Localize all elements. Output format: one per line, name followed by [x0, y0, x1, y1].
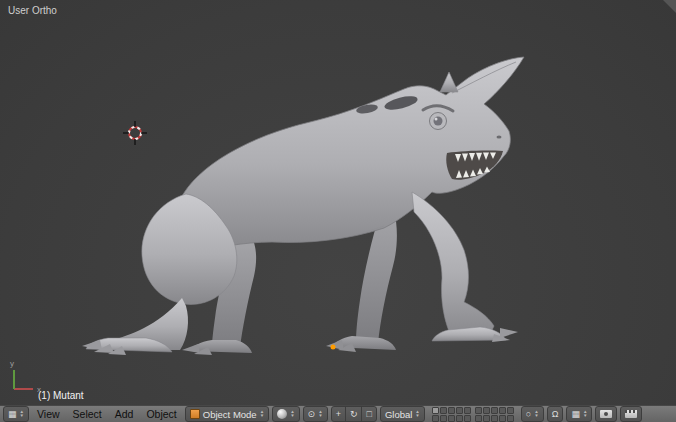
layer-toggle[interactable]: [499, 415, 506, 422]
layer-toggle[interactable]: [432, 415, 439, 422]
opengl-render-animation-button[interactable]: [620, 406, 642, 422]
view-orientation-label: User Ortho: [8, 5, 57, 16]
layer-toggle[interactable]: [464, 407, 471, 414]
dropdown-arrows-icon: ▲▼: [260, 410, 264, 418]
layer-toggle[interactable]: [499, 407, 506, 414]
viewport-canvas: x y: [0, 0, 676, 405]
proportional-edit-icon: ○: [526, 408, 531, 421]
pivot-point-dropdown[interactable]: ⊙ ▲▼: [303, 406, 328, 422]
layer-toggle[interactable]: [456, 407, 463, 414]
active-object-label: (1) Mutant: [38, 390, 84, 401]
layer-toggle[interactable]: [448, 407, 455, 414]
menu-add[interactable]: Add: [110, 406, 139, 422]
editor-type-button[interactable]: ▦ ▲▼: [3, 406, 29, 422]
manipulator-rotate-toggle[interactable]: ↻: [345, 406, 363, 422]
area-corner-widget[interactable]: [663, 0, 676, 13]
dropdown-arrows-icon: ▲▼: [583, 410, 587, 418]
3d-viewport[interactable]: x y User Ortho (1) Mutant: [0, 0, 676, 405]
dropdown-arrows-icon: ▲▼: [290, 410, 294, 418]
manipulator-scale-toggle[interactable]: □: [361, 406, 376, 422]
clapperboard-render-animation-icon: [625, 410, 637, 418]
layer-toggle[interactable]: [491, 415, 498, 422]
layer-grid: [432, 407, 514, 422]
layer-toggle[interactable]: [483, 407, 490, 414]
rotate-manipulator-icon: ↻: [350, 408, 358, 421]
mode-dropdown-label: Object Mode: [203, 408, 257, 421]
layer-toggle[interactable]: [432, 407, 439, 414]
layer-toggle[interactable]: [491, 407, 498, 414]
layer-toggle[interactable]: [475, 407, 482, 414]
orientation-dropdown-label: Global: [385, 408, 412, 421]
dropdown-arrows-icon: ▲▼: [534, 410, 538, 418]
layer-toggle[interactable]: [475, 415, 482, 422]
layer-toggle[interactable]: [464, 415, 471, 422]
blender-window: x y User Ortho (1) Mutant ▦ ▲▼ View Sele…: [0, 0, 676, 422]
viewport-shading-sphere-icon: [277, 409, 287, 419]
layer-toggle[interactable]: [483, 415, 490, 422]
camera-render-icon: [600, 410, 612, 418]
layer-toggle[interactable]: [440, 407, 447, 414]
mode-dropdown[interactable]: Object Mode ▲▼: [185, 406, 269, 422]
manipulator-toggle-group: + ↻ □: [331, 406, 377, 422]
layer-toggle[interactable]: [507, 407, 514, 414]
opengl-render-button[interactable]: [595, 406, 617, 422]
proportional-edit-dropdown[interactable]: ○ ▲▼: [521, 406, 544, 422]
transform-orientation-dropdown[interactable]: Global ▲▼: [380, 406, 425, 422]
menu-select[interactable]: Select: [68, 406, 107, 422]
scale-manipulator-icon: □: [366, 408, 371, 421]
viewport-header: ▦ ▲▼ View Select Add Object Object Mode …: [0, 405, 676, 422]
layer-toggle[interactable]: [440, 415, 447, 422]
dropdown-arrows-icon: ▲▼: [318, 410, 322, 418]
editor-type-icon: ▦: [8, 408, 17, 421]
creature-model[interactable]: [82, 57, 524, 355]
menu-object[interactable]: Object: [141, 406, 181, 422]
snap-toggle[interactable]: Ω: [547, 406, 564, 422]
object-mode-cube-icon: [190, 409, 200, 419]
axis-y-label: y: [10, 359, 14, 368]
pivot-point-icon: ⊙: [308, 408, 316, 421]
3d-cursor: [123, 121, 147, 145]
axis-gizmo: x y: [10, 359, 41, 394]
translate-manipulator-icon: +: [336, 408, 341, 421]
manipulator-translate-toggle[interactable]: +: [331, 406, 346, 422]
layer-toggle[interactable]: [456, 415, 463, 422]
menu-view[interactable]: View: [32, 406, 65, 422]
snap-magnet-icon: Ω: [552, 408, 559, 421]
snap-target-dropdown[interactable]: ▦ ▲▼: [566, 406, 592, 422]
layer-toggle[interactable]: [448, 415, 455, 422]
dropdown-arrows-icon: ▲▼: [415, 410, 419, 418]
snap-target-icon: ▦: [571, 408, 580, 421]
dropdown-arrows-icon: ▲▼: [20, 410, 24, 418]
object-origin-dot: [331, 345, 336, 350]
viewport-shading-dropdown[interactable]: ▲▼: [272, 406, 299, 422]
layer-toggle[interactable]: [507, 415, 514, 422]
